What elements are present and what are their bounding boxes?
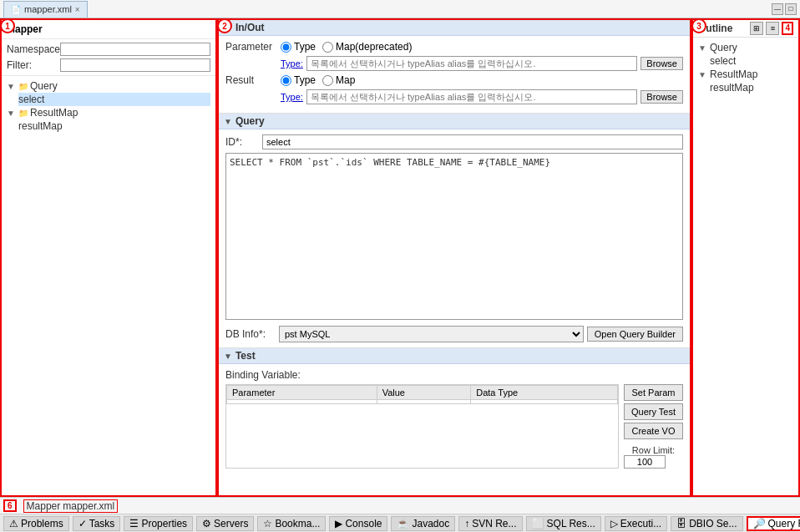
outline-resultmap-node[interactable]: ▼ ResultMap: [698, 68, 793, 81]
bookmarks-icon: ☆: [263, 518, 272, 529]
namespace-row: Namespace:: [7, 43, 210, 56]
result-type-radio[interactable]: [281, 75, 291, 86]
taskbar-queryr[interactable]: 🔎 Query R...: [747, 516, 800, 531]
resultmap-toggle: ▼: [7, 109, 17, 118]
panel2-number: 2: [217, 18, 232, 33]
outline-icons: ⊞ ≡ 4: [750, 22, 793, 35]
result-map-radio-label[interactable]: Map: [322, 74, 355, 86]
tree-node-resultmap-item[interactable]: resultMap: [18, 119, 210, 133]
open-query-builder-button[interactable]: Open Query Builder: [587, 327, 683, 342]
namespace-label: Namespace:: [7, 43, 57, 55]
binding-variable-label: Binding Variable:: [225, 369, 683, 381]
param-type-row: Type: Browse: [225, 56, 683, 71]
taskbar-executi[interactable]: ▷ Executi...: [605, 516, 667, 531]
map-radio[interactable]: [322, 42, 333, 53]
status-mapper-item: Mapper mapper.xml: [23, 499, 119, 513]
main-container: 1 Mapper Namespace: Filter: ▼ 📁 Query se…: [0, 18, 800, 497]
param-browse-button[interactable]: Browse: [641, 57, 683, 70]
result-type-row: Type: Browse: [225, 89, 683, 104]
taskbar-sqlresult[interactable]: ⬜ SQL Res...: [526, 516, 601, 531]
sql-editor[interactable]: SELECT * FROM `pst`.`ids` WHERE TABLE_NA…: [225, 153, 683, 320]
type-radio-label[interactable]: Type: [281, 41, 316, 53]
outline-resultmap-item-node[interactable]: resultMap: [710, 81, 793, 94]
taskbar-console[interactable]: ▶ Console: [329, 516, 387, 531]
tasks-label: Tasks: [89, 518, 115, 529]
javadoc-icon: ☕: [397, 518, 409, 529]
taskbar-tasks[interactable]: ✓ Tasks: [73, 516, 121, 531]
query-children: select: [18, 93, 210, 106]
namespace-input[interactable]: [60, 43, 210, 56]
dbio-label: DBIO Se...: [689, 518, 737, 529]
tree-node-select[interactable]: select: [18, 93, 210, 106]
outline-select-label: select: [710, 55, 736, 67]
map-radio-label[interactable]: Map(deprecated): [322, 41, 412, 53]
result-row: Result Type Map: [225, 74, 683, 86]
row-limit-container: Row Limit:: [624, 442, 683, 469]
query-icon: 📁: [18, 82, 28, 91]
panel1-number: 1: [0, 18, 15, 33]
dbinfo-label: DB Info*:: [225, 328, 276, 340]
param-type-input[interactable]: [306, 56, 637, 71]
param-type-link[interactable]: Type:: [281, 58, 303, 68]
servers-icon: ⚙: [202, 518, 211, 529]
type-radio-text: Type: [294, 41, 316, 53]
dbinfo-select[interactable]: pst MySQL: [279, 326, 584, 342]
type-radio[interactable]: [281, 42, 291, 53]
test-table-area: Parameter Value Data Type: [225, 384, 683, 469]
outline-query-label: Query: [710, 42, 737, 53]
result-browse-button[interactable]: Browse: [641, 90, 683, 104]
mapper-xml-tab[interactable]: 📄 mapper.xml ×: [3, 1, 88, 18]
map-radio-text: Map(deprecated): [336, 41, 412, 53]
mapper-panel: 1 Mapper Namespace: Filter: ▼ 📁 Query se…: [0, 18, 217, 497]
result-radio-group: Type Map: [281, 74, 355, 86]
taskbar-javadoc[interactable]: ☕ Javadoc: [391, 516, 455, 531]
maximize-button[interactable]: □: [785, 3, 797, 15]
result-map-radio-text: Map: [336, 74, 355, 86]
resultmap-label: ResultMap: [30, 107, 78, 119]
outline-tree: ▼ Query select ▼ ResultMap resultMap: [693, 38, 798, 495]
parameter-label: Parameter: [225, 41, 276, 53]
filter-input[interactable]: [60, 58, 210, 72]
test-buttons: Set Param Query Test Create VO Row Limit…: [624, 384, 683, 469]
taskbar: ⚠ Problems ✓ Tasks ☰ Properties ⚙ Server…: [0, 514, 800, 532]
taskbar-properties[interactable]: ☰ Properties: [124, 516, 193, 531]
outline-list-button[interactable]: ≡: [766, 22, 779, 35]
parameter-radio-group: Type Map(deprecated): [281, 41, 412, 53]
mapper-fields: Namespace: Filter:: [2, 39, 215, 76]
outline-query-node[interactable]: ▼ Query: [698, 41, 793, 54]
result-type-input[interactable]: [306, 89, 637, 104]
row-limit-input[interactable]: [624, 455, 666, 469]
query-section-header[interactable]: ▼ Query: [219, 114, 690, 129]
taskbar-problems[interactable]: ⚠ Problems: [3, 516, 69, 531]
executi-icon: ▷: [610, 518, 618, 529]
taskbar-bookmarks[interactable]: ☆ Bookma...: [257, 516, 326, 531]
javadoc-label: Javadoc: [412, 518, 449, 529]
query-label: Query: [30, 80, 58, 92]
result-map-radio[interactable]: [322, 75, 333, 86]
panel6-number: 6: [3, 499, 17, 512]
taskbar-servers[interactable]: ⚙ Servers: [196, 516, 254, 531]
set-param-button[interactable]: Set Param: [624, 384, 683, 401]
taskbar-dbio[interactable]: 🗄 DBIO Se...: [671, 516, 742, 531]
tree-node-resultmap[interactable]: ▼ 📁 ResultMap: [7, 106, 210, 119]
tab-close-button[interactable]: ×: [75, 5, 80, 14]
test-section-header[interactable]: ▼ Test: [219, 348, 690, 364]
minimize-button[interactable]: —: [772, 3, 783, 15]
outline-resultmap-item-label: resultMap: [710, 82, 754, 94]
result-type-radio-label[interactable]: Type: [281, 74, 316, 86]
inout-section-header[interactable]: ▼ In/Out: [219, 20, 690, 36]
taskbar-svn[interactable]: ↑ SVN Re...: [458, 516, 522, 531]
outline-grid-button[interactable]: ⊞: [750, 22, 763, 35]
table-row-empty: [227, 400, 618, 404]
id-input[interactable]: [262, 134, 683, 149]
filter-row: Filter:: [7, 58, 210, 72]
outline-resultmap-children: resultMap: [710, 81, 793, 94]
query-test-button[interactable]: Query Test: [624, 403, 683, 420]
dbio-icon: 🗄: [676, 518, 686, 529]
tree-node-query[interactable]: ▼ 📁 Query: [7, 79, 210, 93]
create-vo-button[interactable]: Create VO: [624, 423, 683, 439]
inout-title: In/Out: [235, 22, 265, 33]
outline-select-node[interactable]: select: [710, 54, 793, 68]
result-type-link[interactable]: Type:: [281, 92, 303, 102]
sqlresult-icon: ⬜: [532, 518, 544, 529]
